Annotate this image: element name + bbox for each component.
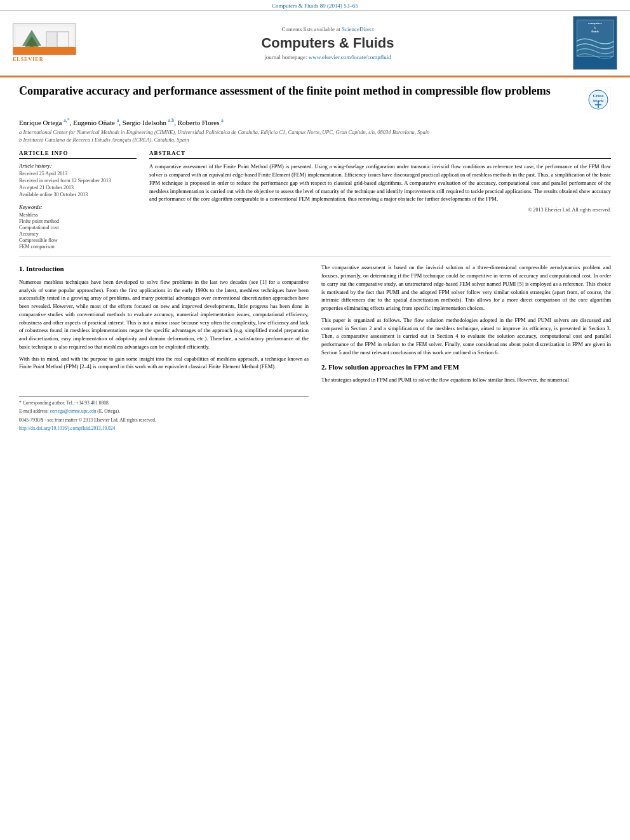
paper-title-section: Comparative accuracy and performance ass… — [19, 84, 611, 112]
section1-heading: 1. Introduction — [19, 263, 309, 274]
svg-text:&: & — [594, 26, 596, 29]
main-content: Comparative accuracy and performance ass… — [0, 77, 630, 439]
content-divider — [19, 257, 611, 257]
sciencedirect-link[interactable]: ScienceDirect — [342, 26, 373, 32]
received-date: Received 25 April 2013 — [19, 171, 137, 177]
svg-rect-3 — [30, 46, 34, 51]
author-4-affil: a — [221, 117, 224, 123]
keywords-section: Keywords: Meshless Finite point method C… — [19, 204, 137, 250]
homepage-label: journal homepage: www.elsevier.com/locat… — [95, 54, 560, 60]
crossmark-badge[interactable]: Cross Mark — [586, 87, 611, 112]
footnotes: * Corresponding author. Tel.: +34 93 401… — [19, 396, 309, 432]
keyword-5: Compressible flow — [19, 237, 137, 243]
keyword-1: Meshless — [19, 212, 137, 218]
doi-link[interactable]: http://dx.doi.org/10.1016/j.compfluid.20… — [19, 425, 115, 431]
affiliation-b: b Institució Catalana de Recerca i Estud… — [19, 137, 611, 144]
footnotes-area: * Corresponding author. Tel.: +34 93 401… — [19, 396, 309, 432]
article-info-abstract-section: ARTICLE INFO Article history: Received 2… — [19, 150, 611, 250]
svg-rect-8 — [573, 17, 617, 69]
affiliation-a: a International Center for Numerical Met… — [19, 129, 611, 137]
journal-citation-text: Computers & Fluids 89 (2014) 53–65 — [272, 3, 358, 9]
available-date: Available online 30 October 2013 — [19, 192, 137, 197]
keyword-6: FEM comparison — [19, 244, 137, 250]
affiliations: a International Center for Numerical Met… — [19, 129, 611, 144]
author-2: Eugenio Oñate — [73, 119, 116, 126]
svg-text:Cross: Cross — [593, 93, 604, 98]
section1-para2: With this in mind, and with the purpose … — [19, 355, 309, 371]
svg-rect-6 — [57, 32, 68, 49]
body-content: 1. Introduction Numerous meshless techni… — [19, 263, 611, 433]
accepted-date: Accepted 21 October 2013 — [19, 185, 137, 190]
section1-para4: This paper is organized as follows. The … — [321, 316, 611, 357]
abstract-text: A comparative assessment of the Finite P… — [149, 163, 611, 203]
abstract-title: ABSTRACT — [149, 150, 611, 159]
section1-para1: Numerous meshless techniques have been d… — [19, 278, 309, 351]
svg-rect-5 — [47, 32, 57, 49]
keyword-3: Computational cost — [19, 225, 137, 230]
footnote-corresponding: * Corresponding author. Tel.: +34 93 401… — [19, 399, 309, 406]
journal-header: ELSEVIER Contents lists available at Sci… — [0, 11, 630, 76]
received-revised-date: Received in revised form 12 September 20… — [19, 178, 137, 183]
author-1-affil: a,* — [64, 117, 70, 123]
article-history-label: Article history: — [19, 163, 137, 169]
author-3-affil: a,b — [168, 117, 175, 123]
paper-title: Comparative accuracy and performance ass… — [19, 84, 586, 98]
elsevier-logo-image — [13, 23, 76, 55]
author-3: Sergio Idelsohn — [123, 119, 168, 126]
body-left-col: 1. Introduction Numerous meshless techni… — [19, 263, 309, 433]
section2-heading: 2. Flow solution approaches in FPM and F… — [321, 362, 611, 373]
article-info-panel: ARTICLE INFO Article history: Received 2… — [19, 150, 137, 250]
keyword-4: Accuracy — [19, 231, 137, 237]
abstract-section: ABSTRACT A comparative assessment of the… — [149, 150, 611, 250]
elsevier-logo: ELSEVIER — [13, 23, 83, 62]
footnote-email: E-mail address: eortega@cimne.upc.edu (E… — [19, 408, 309, 415]
sciencedirect-label: Contents lists available at ScienceDirec… — [95, 26, 560, 32]
authors-line: Enrique Ortega a,*, Eugenio Oñate a, Ser… — [19, 117, 611, 126]
keyword-2: Finite point method — [19, 218, 137, 224]
footnote-email-link[interactable]: eortega@cimne.upc.edu — [50, 408, 97, 414]
author-1: Enrique Ortega — [19, 119, 64, 126]
journal-center-info: Contents lists available at ScienceDirec… — [83, 26, 573, 60]
body-right-col: The comparative assessment is based on t… — [321, 263, 611, 433]
footnote-doi: http://dx.doi.org/10.1016/j.compfluid.20… — [19, 425, 309, 432]
svg-text:computers: computers — [588, 22, 602, 25]
svg-text:fluids: fluids — [591, 30, 599, 33]
elsevier-text: ELSEVIER — [13, 57, 43, 62]
section1-para3: The comparative assessment is based on t… — [321, 263, 611, 312]
section2-para1: The strategies adopted in FPM and PUMI t… — [321, 376, 611, 384]
homepage-url-link[interactable]: www.elsevier.com/locate/compfluid — [309, 54, 391, 60]
footnote-issn: 0045-7930/$ - see front matter © 2013 El… — [19, 417, 309, 423]
journal-cover-thumbnail: computers & fluids — [573, 16, 617, 70]
article-info-title: ARTICLE INFO — [19, 150, 137, 159]
author-4: Roberto Flores — [178, 119, 221, 126]
abstract-copyright: © 2013 Elsevier Ltd. All rights reserved… — [149, 207, 611, 213]
journal-citation-bar: Computers & Fluids 89 (2014) 53–65 — [0, 0, 630, 11]
journal-title: Computers & Fluids — [95, 35, 560, 51]
keywords-label: Keywords: — [19, 204, 137, 210]
